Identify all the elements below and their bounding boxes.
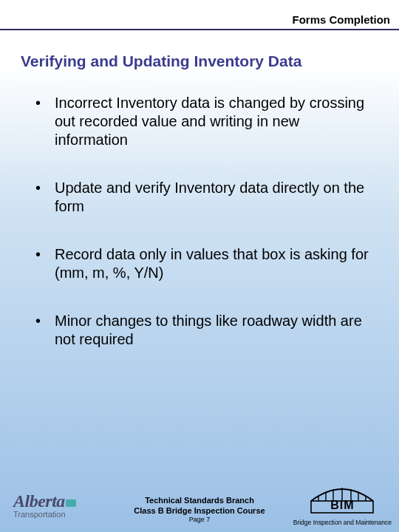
header-rule [0, 29, 399, 30]
alberta-logo: Alberta Transportation [13, 491, 76, 519]
list-item: Minor changes to things like roadway wid… [35, 312, 369, 349]
logo-swoosh-icon [66, 499, 76, 507]
section-label: Forms Completion [0, 13, 399, 29]
page-number: Page 7 [134, 516, 265, 525]
list-item: Record data only in values that box is a… [35, 245, 369, 282]
bullet-list: Incorrect Inventory data is changed by c… [35, 94, 369, 349]
header: Forms Completion [0, 0, 399, 30]
footer-course: Class B Bridge Inspection Course [134, 505, 265, 516]
list-item: Update and verify Inventory data directl… [35, 179, 369, 216]
slide-title: Verifying and Updating Inventory Data [21, 52, 399, 70]
bridge-icon: BIM [307, 482, 378, 514]
bim-label: BIM [307, 499, 378, 512]
bim-caption: Bridge Inspection and Maintenance [293, 519, 392, 526]
footer: Alberta Transportation Technical Standar… [0, 466, 399, 532]
footer-center: Technical Standards Branch Class B Bridg… [134, 495, 265, 525]
footer-branch: Technical Standards Branch [134, 495, 265, 505]
logo-brand: Alberta [13, 491, 65, 511]
bim-badge-area: BIM Bridge Inspection and Maintenance [293, 482, 392, 526]
list-item: Incorrect Inventory data is changed by c… [35, 94, 369, 149]
